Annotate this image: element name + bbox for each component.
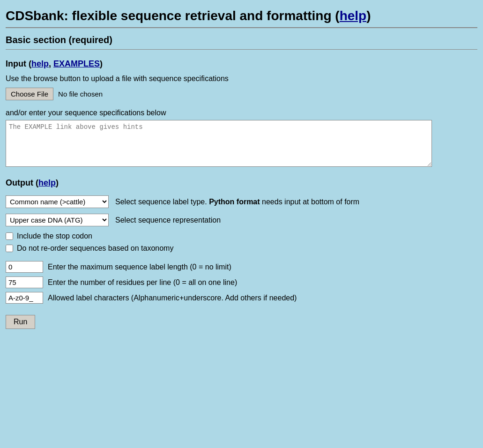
title-divider: [6, 27, 477, 28]
output-section: Output (help) Common name (>cattle) Scie…: [6, 176, 477, 329]
max-label-length-row: Enter the maximum sequence label length …: [6, 261, 477, 273]
stop-codon-checkbox[interactable]: [6, 232, 13, 240]
no-reorder-row: Do not re-order sequences based on taxon…: [6, 244, 477, 253]
checkboxes-section: Include the stop codon Do not re-order s…: [6, 232, 477, 253]
input-heading-comma: ,: [49, 59, 53, 68]
input-section: Input (help, EXAMPLES) Use the browse bu…: [6, 55, 477, 167]
choose-file-button[interactable]: Choose File: [6, 88, 53, 100]
output-heading-suffix: ): [56, 178, 59, 187]
input-help-link[interactable]: help: [31, 59, 49, 68]
max-label-length-input[interactable]: [6, 261, 43, 273]
basic-section: Basic section (required): [6, 33, 477, 50]
representation-row: Upper case DNA (ATG) Lower case DNA (atg…: [6, 214, 477, 226]
title-suffix-text: ): [366, 8, 371, 23]
label-type-row: Common name (>cattle) Scientific name Ac…: [6, 195, 477, 208]
no-reorder-label: Do not re-order sequences based on taxon…: [17, 244, 173, 253]
page-title: CDSbank: flexible sequence retrieval and…: [6, 5, 477, 23]
label-type-desc-prefix: Select sequence label type.: [115, 198, 209, 206]
stop-codon-label: Include the stop codon: [17, 232, 92, 240]
label-type-select[interactable]: Common name (>cattle) Scientific name Ac…: [6, 195, 109, 208]
title-prefix-text: CDSbank: flexible sequence retrieval and…: [6, 8, 340, 23]
residues-per-line-label: Enter the number of residues per line (0…: [48, 278, 237, 287]
stop-codon-row: Include the stop codon: [6, 232, 477, 240]
allowed-chars-label: Allowed label characters (Alphanumeric+u…: [48, 294, 297, 302]
upload-description: Use the browse button to upload a file w…: [6, 75, 477, 83]
output-heading-prefix: Output (: [6, 178, 38, 187]
no-reorder-checkbox[interactable]: [6, 245, 13, 252]
label-type-desc-bold: Python format: [209, 198, 260, 206]
title-help-link[interactable]: help: [340, 8, 367, 23]
no-file-text: No file chosen: [58, 90, 103, 98]
basic-section-divider: [6, 49, 477, 50]
max-label-length-label: Enter the maximum sequence label length …: [48, 263, 231, 271]
allowed-chars-input[interactable]: [6, 292, 43, 304]
basic-section-heading: Basic section (required): [6, 33, 477, 45]
allowed-chars-row: Allowed label characters (Alphanumeric+u…: [6, 292, 477, 304]
input-examples-link[interactable]: EXAMPLES: [53, 59, 100, 68]
residues-per-line-input[interactable]: [6, 276, 43, 288]
input-heading-prefix: Input (: [6, 59, 31, 68]
residues-per-line-row: Enter the number of residues per line (0…: [6, 276, 477, 288]
representation-description: Select sequence representation: [115, 216, 221, 224]
output-help-link[interactable]: help: [38, 178, 56, 187]
label-type-desc-suffix: needs input at bottom of form: [260, 198, 360, 206]
number-inputs-section: Enter the maximum sequence label length …: [6, 261, 477, 304]
and-or-text: and/or enter your sequence specification…: [6, 109, 477, 117]
sequence-textarea[interactable]: [6, 120, 432, 167]
run-button[interactable]: Run: [6, 315, 35, 329]
input-heading-suffix: ): [100, 59, 103, 68]
label-type-description: Select sequence label type. Python forma…: [115, 198, 359, 206]
output-heading: Output (help): [6, 176, 477, 188]
file-upload-row: Choose File No file chosen: [6, 88, 477, 100]
input-heading: Input (help, EXAMPLES): [6, 55, 477, 69]
representation-select[interactable]: Upper case DNA (ATG) Lower case DNA (atg…: [6, 214, 109, 226]
